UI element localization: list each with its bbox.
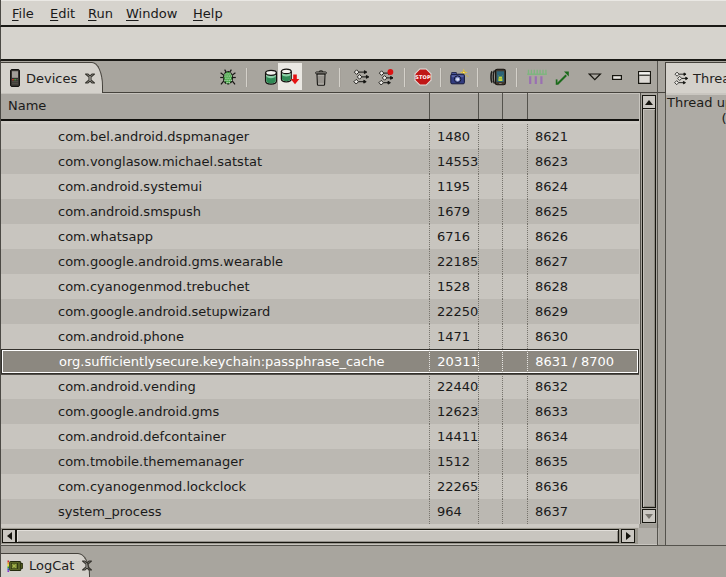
start-method-profiling-button[interactable] <box>373 63 397 91</box>
table-row[interactable]: com.android.systemui 1195 8624 <box>1 174 639 199</box>
process-port: 8631 / 8700 <box>527 350 638 373</box>
process-pid: 1528 <box>429 274 478 299</box>
maximize-icon <box>638 71 651 84</box>
table-row[interactable]: com.android.defcontainer 14411 8634 <box>1 424 639 449</box>
process-port: 8636 <box>527 474 638 499</box>
table-row[interactable]: system_process 964 8637 <box>1 499 639 524</box>
svg-text:STOP: STOP <box>415 74 431 80</box>
update-threads-button[interactable] <box>348 63 372 91</box>
threads-panel: Thread updates not enabled for selected … <box>665 93 726 545</box>
eclipse-ddms-window: File Edit Run Window Help Devices <box>0 0 726 577</box>
device-view-button[interactable] <box>486 63 510 91</box>
tab-devices-close-icon[interactable] <box>84 73 96 84</box>
column-header-name[interactable]: Name <box>8 98 46 113</box>
process-pid: 20311 <box>429 350 478 373</box>
process-port: 8629 <box>527 299 638 324</box>
update-threads-icon <box>352 69 369 85</box>
debug-process-icon <box>220 68 236 86</box>
scroll-right-button[interactable] <box>621 529 635 543</box>
toolbar-separator <box>516 68 518 87</box>
logcat-icon <box>7 559 23 573</box>
panel-sash[interactable] <box>657 61 658 545</box>
scroll-left-button[interactable] <box>2 529 16 543</box>
start-opengl-trace-icon <box>554 68 571 86</box>
process-port: 8633 <box>527 399 638 424</box>
process-port: 8623 <box>527 149 638 174</box>
table-row[interactable]: com.google.android.gms.wearable 22185 86… <box>1 249 639 274</box>
view-menu-icon <box>588 73 602 81</box>
capture-systrace-button[interactable] <box>525 63 549 91</box>
toolbar-separator <box>477 68 479 87</box>
table-row[interactable]: com.cyanogenmod.trebuchet 1528 8628 <box>1 274 639 299</box>
process-pid: 1471 <box>429 324 478 349</box>
scroll-down-button[interactable] <box>642 509 656 523</box>
menu-edit[interactable]: Edit <box>50 5 75 22</box>
table-row[interactable]: com.tmobile.thememanager 1512 8635 <box>1 449 639 474</box>
process-pid: 14553 <box>429 149 478 174</box>
process-pid: 1679 <box>429 199 478 224</box>
table-row[interactable]: com.cyanogenmod.lockclock 22265 8636 <box>1 474 639 499</box>
process-pid: 1512 <box>429 449 478 474</box>
screen-capture-button[interactable] <box>447 63 471 91</box>
tab-devices[interactable]: Devices <box>1 62 103 93</box>
update-heap-icon <box>264 69 278 85</box>
devices-tabbar: Devices <box>0 61 658 93</box>
process-name: com.whatsapp <box>1 224 429 249</box>
tab-threads[interactable]: Threads <box>665 62 726 93</box>
table-row[interactable]: com.whatsapp 6716 8626 <box>1 224 639 249</box>
process-name: com.android.defcontainer <box>1 424 429 449</box>
view-menu-button[interactable] <box>583 63 607 91</box>
vertical-scroll-thumb[interactable] <box>642 109 656 508</box>
process-name: com.google.android.setupwizard <box>1 299 429 324</box>
toolbar-separator <box>339 68 341 87</box>
process-name: com.android.systemui <box>1 174 429 199</box>
process-name: org.sufficientlysecure.keychain:passphra… <box>2 350 429 373</box>
stop-process-button[interactable]: STOP <box>411 63 435 91</box>
table-row[interactable]: org.sufficientlysecure.keychain:passphra… <box>1 349 639 374</box>
process-port: 8630 <box>527 324 638 349</box>
tab-logcat-close-icon[interactable] <box>81 560 93 571</box>
tab-devices-label: Devices <box>26 71 77 86</box>
start-opengl-trace-button[interactable] <box>550 63 574 91</box>
process-port: 8637 <box>527 499 638 524</box>
process-pid: 6716 <box>429 224 478 249</box>
cause-gc-icon <box>314 69 328 86</box>
dump-hprof-button[interactable] <box>278 63 302 90</box>
process-port: 8634 <box>527 424 638 449</box>
process-name: com.vonglasow.michael.satstat <box>1 149 429 174</box>
process-name: com.cyanogenmod.trebuchet <box>1 274 429 299</box>
process-port: 8632 <box>527 374 638 399</box>
table-row[interactable]: com.android.vending 22440 8632 <box>1 374 639 399</box>
process-pid: 22440 <box>429 374 478 399</box>
horizontal-scrollbar[interactable] <box>1 528 638 544</box>
minimize-icon <box>612 75 622 80</box>
process-port: 8621 <box>527 124 638 149</box>
menu-file[interactable]: File <box>12 5 34 22</box>
horizontal-scroll-thumb[interactable] <box>16 529 619 543</box>
process-pid: 22250 <box>429 299 478 324</box>
table-row[interactable]: com.vonglasow.michael.satstat 14553 8623 <box>1 149 639 174</box>
tab-logcat[interactable]: LogCat <box>1 553 90 577</box>
debug-process-button[interactable] <box>216 63 240 91</box>
process-pid: 22265 <box>429 474 478 499</box>
vertical-scrollbar[interactable] <box>640 93 657 524</box>
table-row[interactable]: com.bel.android.dspmanager 1480 8621 <box>1 124 639 149</box>
screen-capture-icon <box>450 68 469 87</box>
process-name: com.android.vending <box>1 374 429 399</box>
table-row[interactable]: com.android.phone 1471 8630 <box>1 324 639 349</box>
maximize-button[interactable] <box>632 63 656 91</box>
menu-help[interactable]: Help <box>193 5 223 22</box>
table-row[interactable]: com.google.android.gms 12623 8633 <box>1 399 639 424</box>
process-pid: 964 <box>429 499 478 524</box>
table-row[interactable]: com.google.android.setupwizard 22250 862… <box>1 299 639 324</box>
cause-gc-button[interactable] <box>309 63 333 91</box>
tab-logcat-label: LogCat <box>29 558 74 573</box>
table-header[interactable]: Name <box>1 93 639 121</box>
table-row[interactable]: com.android.smspush 1679 8625 <box>1 199 639 224</box>
menu-run[interactable]: Run <box>88 5 113 22</box>
minimize-button[interactable] <box>605 63 629 91</box>
process-name: com.android.phone <box>1 324 429 349</box>
menu-window[interactable]: Window <box>126 5 177 22</box>
scroll-up-button[interactable] <box>642 95 656 109</box>
process-pid: 1480 <box>429 124 478 149</box>
